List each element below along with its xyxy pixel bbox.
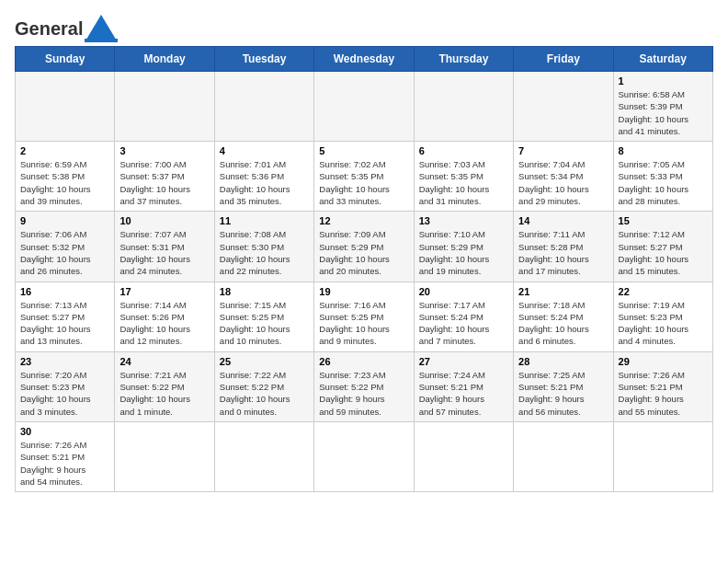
logo: General	[15, 15, 118, 35]
calendar-week-row: 23Sunrise: 7:20 AM Sunset: 5:23 PM Dayli…	[16, 351, 713, 421]
calendar-cell: 16Sunrise: 7:13 AM Sunset: 5:27 PM Dayli…	[16, 282, 115, 351]
calendar-cell: 27Sunrise: 7:24 AM Sunset: 5:21 PM Dayli…	[414, 351, 513, 421]
calendar-cell: 4Sunrise: 7:01 AM Sunset: 5:36 PM Daylig…	[214, 142, 313, 212]
logo-icon: General	[15, 15, 118, 42]
calendar-cell	[414, 421, 513, 491]
day-info: Sunrise: 7:21 AM Sunset: 5:22 PM Dayligh…	[119, 369, 209, 418]
day-number: 19	[319, 286, 408, 297]
day-number: 27	[419, 356, 508, 367]
calendar-cell	[514, 72, 613, 142]
day-info: Sunrise: 7:07 AM Sunset: 5:31 PM Dayligh…	[119, 228, 209, 277]
calendar-cell	[414, 72, 513, 142]
day-of-week-header: Saturday	[613, 47, 712, 72]
day-info: Sunrise: 7:11 AM Sunset: 5:28 PM Dayligh…	[518, 228, 608, 277]
calendar-cell	[514, 421, 613, 491]
calendar-cell	[214, 72, 313, 142]
day-of-week-header: Thursday	[414, 47, 513, 72]
calendar-cell: 30Sunrise: 7:26 AM Sunset: 5:21 PM Dayli…	[16, 421, 115, 491]
logo-svg	[85, 15, 118, 42]
calendar-week-row: 2Sunrise: 6:59 AM Sunset: 5:38 PM Daylig…	[16, 142, 713, 212]
day-number: 29	[619, 356, 708, 367]
day-info: Sunrise: 7:15 AM Sunset: 5:25 PM Dayligh…	[220, 299, 309, 348]
calendar-table: SundayMondayTuesdayWednesdayThursdayFrid…	[15, 46, 713, 492]
calendar-cell: 26Sunrise: 7:23 AM Sunset: 5:22 PM Dayli…	[314, 351, 414, 421]
day-info: Sunrise: 6:58 AM Sunset: 5:39 PM Dayligh…	[619, 88, 708, 137]
day-number: 28	[518, 356, 608, 367]
day-info: Sunrise: 6:59 AM Sunset: 5:38 PM Dayligh…	[20, 158, 109, 207]
day-info: Sunrise: 7:17 AM Sunset: 5:24 PM Dayligh…	[419, 299, 508, 348]
calendar-week-row: 9Sunrise: 7:06 AM Sunset: 5:32 PM Daylig…	[16, 212, 713, 282]
day-number: 15	[619, 215, 708, 226]
day-info: Sunrise: 7:25 AM Sunset: 5:21 PM Dayligh…	[518, 369, 608, 418]
day-number: 12	[319, 215, 408, 226]
calendar-cell: 14Sunrise: 7:11 AM Sunset: 5:28 PM Dayli…	[514, 212, 613, 282]
calendar-cell: 23Sunrise: 7:20 AM Sunset: 5:23 PM Dayli…	[16, 351, 115, 421]
day-info: Sunrise: 7:00 AM Sunset: 5:37 PM Dayligh…	[119, 158, 209, 207]
logo-general-text: General	[15, 18, 83, 40]
day-info: Sunrise: 7:26 AM Sunset: 5:21 PM Dayligh…	[20, 439, 109, 488]
calendar-cell: 20Sunrise: 7:17 AM Sunset: 5:24 PM Dayli…	[414, 282, 513, 351]
calendar-cell	[214, 421, 313, 491]
calendar-cell: 11Sunrise: 7:08 AM Sunset: 5:30 PM Dayli…	[214, 212, 313, 282]
day-number: 10	[119, 215, 209, 226]
calendar-cell: 13Sunrise: 7:10 AM Sunset: 5:29 PM Dayli…	[414, 212, 513, 282]
calendar-cell: 17Sunrise: 7:14 AM Sunset: 5:26 PM Dayli…	[115, 282, 214, 351]
svg-rect-1	[85, 39, 118, 42]
day-number: 23	[20, 356, 109, 367]
day-info: Sunrise: 7:09 AM Sunset: 5:29 PM Dayligh…	[319, 228, 408, 277]
calendar-cell: 25Sunrise: 7:22 AM Sunset: 5:22 PM Dayli…	[214, 351, 313, 421]
day-number: 16	[20, 286, 109, 297]
calendar-cell: 29Sunrise: 7:26 AM Sunset: 5:21 PM Dayli…	[613, 351, 712, 421]
day-info: Sunrise: 7:13 AM Sunset: 5:27 PM Dayligh…	[20, 299, 109, 348]
day-number: 17	[119, 286, 209, 297]
calendar-cell	[314, 421, 414, 491]
calendar-cell	[115, 421, 214, 491]
calendar-cell: 10Sunrise: 7:07 AM Sunset: 5:31 PM Dayli…	[115, 212, 214, 282]
calendar-header-row: SundayMondayTuesdayWednesdayThursdayFrid…	[16, 47, 713, 72]
calendar-cell: 15Sunrise: 7:12 AM Sunset: 5:27 PM Dayli…	[613, 212, 712, 282]
day-info: Sunrise: 7:18 AM Sunset: 5:24 PM Dayligh…	[518, 299, 608, 348]
calendar-cell: 1Sunrise: 6:58 AM Sunset: 5:39 PM Daylig…	[613, 72, 712, 142]
day-info: Sunrise: 7:12 AM Sunset: 5:27 PM Dayligh…	[619, 228, 708, 277]
calendar-cell: 5Sunrise: 7:02 AM Sunset: 5:35 PM Daylig…	[314, 142, 414, 212]
day-info: Sunrise: 7:10 AM Sunset: 5:29 PM Dayligh…	[419, 228, 508, 277]
day-number: 24	[119, 356, 209, 367]
day-number: 13	[419, 215, 508, 226]
day-info: Sunrise: 7:04 AM Sunset: 5:34 PM Dayligh…	[518, 158, 608, 207]
calendar-cell	[613, 421, 712, 491]
day-number: 1	[619, 75, 708, 86]
day-number: 21	[518, 286, 608, 297]
calendar-cell: 2Sunrise: 6:59 AM Sunset: 5:38 PM Daylig…	[16, 142, 115, 212]
calendar-cell: 8Sunrise: 7:05 AM Sunset: 5:33 PM Daylig…	[613, 142, 712, 212]
day-number: 22	[619, 286, 708, 297]
day-number: 9	[20, 215, 109, 226]
day-of-week-header: Wednesday	[314, 47, 414, 72]
calendar-cell: 21Sunrise: 7:18 AM Sunset: 5:24 PM Dayli…	[514, 282, 613, 351]
day-info: Sunrise: 7:24 AM Sunset: 5:21 PM Dayligh…	[419, 369, 508, 418]
day-info: Sunrise: 7:03 AM Sunset: 5:35 PM Dayligh…	[419, 158, 508, 207]
day-info: Sunrise: 7:01 AM Sunset: 5:36 PM Dayligh…	[220, 158, 309, 207]
day-info: Sunrise: 7:23 AM Sunset: 5:22 PM Dayligh…	[319, 369, 408, 418]
day-of-week-header: Tuesday	[214, 47, 313, 72]
calendar-cell: 22Sunrise: 7:19 AM Sunset: 5:23 PM Dayli…	[613, 282, 712, 351]
calendar-cell: 6Sunrise: 7:03 AM Sunset: 5:35 PM Daylig…	[414, 142, 513, 212]
day-number: 11	[220, 215, 309, 226]
calendar-cell: 3Sunrise: 7:00 AM Sunset: 5:37 PM Daylig…	[115, 142, 214, 212]
calendar-week-row: 30Sunrise: 7:26 AM Sunset: 5:21 PM Dayli…	[16, 421, 713, 491]
calendar-cell: 18Sunrise: 7:15 AM Sunset: 5:25 PM Dayli…	[214, 282, 313, 351]
day-info: Sunrise: 7:02 AM Sunset: 5:35 PM Dayligh…	[319, 158, 408, 207]
calendar-cell: 9Sunrise: 7:06 AM Sunset: 5:32 PM Daylig…	[16, 212, 115, 282]
calendar-cell: 19Sunrise: 7:16 AM Sunset: 5:25 PM Dayli…	[314, 282, 414, 351]
page-header: General	[15, 15, 713, 35]
day-number: 4	[220, 145, 309, 156]
day-info: Sunrise: 7:20 AM Sunset: 5:23 PM Dayligh…	[20, 369, 109, 418]
day-number: 8	[619, 145, 708, 156]
day-number: 30	[20, 426, 109, 437]
day-number: 26	[319, 356, 408, 367]
calendar-cell	[115, 72, 214, 142]
day-info: Sunrise: 7:08 AM Sunset: 5:30 PM Dayligh…	[220, 228, 309, 277]
day-of-week-header: Monday	[115, 47, 214, 72]
day-number: 5	[319, 145, 408, 156]
day-info: Sunrise: 7:14 AM Sunset: 5:26 PM Dayligh…	[119, 299, 209, 348]
day-number: 14	[518, 215, 608, 226]
